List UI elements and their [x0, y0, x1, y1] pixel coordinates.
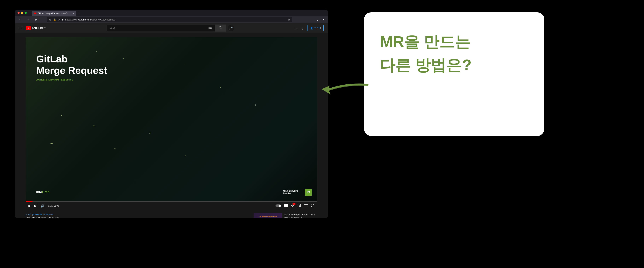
- miniplayer-button[interactable]: [297, 204, 300, 208]
- browser-window: GitLab : Merge Request - YouTu × + ← → ↻…: [15, 10, 328, 218]
- search-input[interactable]: 검색 ⌨: [107, 25, 215, 31]
- tab-title: GitLab : Merge Request - YouTu: [38, 12, 72, 15]
- time-display: 0:15 / 11:06: [48, 205, 59, 207]
- slide-title-line2: Merge Request: [36, 65, 306, 76]
- browser-tab[interactable]: GitLab : Merge Request - YouTu ×: [32, 11, 76, 16]
- controls-right: ⚙ ⛶: [276, 204, 314, 208]
- close-tab-button[interactable]: ×: [73, 12, 74, 15]
- settings-button[interactable]: ⚙: [291, 204, 294, 208]
- volume-button[interactable]: 🔊: [41, 204, 44, 208]
- next-button[interactable]: ▶|: [34, 204, 38, 208]
- annotation-text: MR을 만드는 다른 방법은?: [380, 30, 528, 77]
- microphone-icon: 🎤: [229, 26, 233, 30]
- search-icon: [219, 26, 222, 29]
- captions-icon: [284, 204, 288, 207]
- youtube-header: ☰ YouTube KR 검색 ⌨ 🎤 ⊞ ⋮ 👤 로그인: [15, 23, 328, 33]
- reload-button[interactable]: ↻: [33, 17, 38, 22]
- video-title: GitLab : Merge Request: [26, 217, 203, 218]
- theater-button[interactable]: [304, 204, 308, 208]
- slide-subtitle: AGILE & DEVOPS Expertise: [36, 78, 306, 81]
- next-thumbnail: GitLab Korea Meetup #7 GitLab 의 13.x 버전에…: [254, 213, 282, 218]
- annotation: MR을 만드는 다른 방법은?: [364, 12, 544, 136]
- back-button[interactable]: ←: [17, 17, 24, 22]
- video-container: GitLab Merge Request AGILE & DEVOPS Expe…: [15, 33, 328, 210]
- slide-content: GitLab Merge Request AGILE & DEVOPS Expe…: [26, 37, 317, 201]
- lock-icon: 🔒: [53, 18, 56, 21]
- progress-bar[interactable]: [26, 201, 317, 202]
- youtube-logo-text: YouTube: [32, 26, 44, 30]
- media-icon: ◉: [62, 18, 64, 21]
- header-right: ⊞ ⋮ 👤 로그인: [294, 25, 324, 31]
- voice-search-button[interactable]: 🎤: [228, 25, 234, 31]
- channel-avatar-badge[interactable]: IG: [305, 189, 312, 196]
- youtube-logo[interactable]: YouTube KR: [26, 26, 46, 30]
- hashtags[interactable]: #DevOps #GitLab #InfoGrab: [26, 213, 203, 216]
- permissions-icon: ⇄: [58, 18, 60, 21]
- header-left: ☰ YouTube KR: [19, 26, 46, 30]
- svg-rect-2: [284, 204, 288, 207]
- url-bar[interactable]: ⛨ 🔒 ⇄ ◉ https://www.youtube.com/watch?v=…: [47, 17, 292, 22]
- video-info: #DevOps #GitLab #InfoGrab GitLab : Merge…: [15, 210, 328, 218]
- captions-button[interactable]: [284, 204, 288, 208]
- theater-icon: [304, 205, 308, 207]
- svg-rect-3: [285, 206, 286, 206]
- svg-line-1: [221, 28, 222, 29]
- search-button[interactable]: [215, 24, 226, 32]
- svg-rect-7: [304, 205, 308, 207]
- info-left: #DevOps #GitLab #InfoGrab GitLab : Merge…: [26, 213, 203, 218]
- svg-point-0: [219, 26, 221, 28]
- search-container: 검색 ⌨ 🎤: [107, 24, 234, 32]
- video-player[interactable]: GitLab Merge Request AGILE & DEVOPS Expe…: [26, 37, 317, 201]
- address-bar: ← → ↻ ⛨ 🔒 ⇄ ◉ https://www.youtube.com/wa…: [15, 16, 328, 23]
- annotation-card: MR을 만드는 다른 방법은?: [364, 12, 544, 136]
- maximize-window-button[interactable]: [24, 12, 27, 14]
- youtube-play-icon: [26, 26, 31, 30]
- apps-grid-icon[interactable]: ⊞: [294, 26, 297, 30]
- region-label: KR: [44, 27, 46, 29]
- next-info: GitLab Meetup Korea #7 - 13.x 주요기능 살펴보기 …: [284, 213, 317, 218]
- arrow-icon: [320, 79, 369, 97]
- hamburger-menu-icon[interactable]: ☰: [19, 26, 22, 30]
- shield-icon: ⛨: [49, 18, 52, 21]
- action-bar: 👍 4 👎 싫어요 ↪ 공유 ≡+ 저장 ···: [203, 213, 254, 218]
- svg-rect-4: [287, 206, 287, 206]
- tab-strip: GitLab : Merge Request - YouTu × +: [32, 10, 80, 16]
- autoplay-toggle[interactable]: [276, 205, 281, 207]
- more-options-icon[interactable]: ⋮: [301, 26, 304, 30]
- slide-title-line1: GitLab: [36, 53, 306, 65]
- url-text: https://www.youtube.com/watch?v=XsyY50cn…: [65, 18, 286, 21]
- minimize-window-button[interactable]: [21, 12, 23, 14]
- progress-fill: [26, 201, 32, 202]
- youtube-favicon: [34, 12, 36, 14]
- brand-logo: InfoGrab: [36, 190, 50, 194]
- play-button[interactable]: ▶: [28, 204, 31, 208]
- pocket-icon[interactable]: ⌄: [315, 17, 320, 22]
- svg-rect-6: [299, 206, 300, 207]
- next-video[interactable]: GitLab Korea Meetup #7 GitLab 의 13.x 버전에…: [254, 213, 317, 218]
- player-controls: ▶ ▶| 🔊 0:15 / 11:06 ⚙ ⛶: [26, 202, 317, 210]
- login-label: 로그인: [314, 26, 321, 30]
- login-button[interactable]: 👤 로그인: [308, 25, 324, 31]
- new-tab-button[interactable]: +: [78, 11, 80, 15]
- window-controls: [18, 12, 27, 14]
- fullscreen-button[interactable]: ⛶: [311, 204, 314, 208]
- bookmark-icon[interactable]: ☆: [288, 18, 290, 21]
- title-bar: GitLab : Merge Request - YouTu × +: [15, 10, 328, 16]
- close-window-button[interactable]: [18, 12, 20, 14]
- keyboard-icon[interactable]: ⌨: [208, 27, 212, 29]
- search-placeholder: 검색: [110, 26, 115, 30]
- forward-button[interactable]: →: [25, 17, 31, 22]
- next-title: GitLab Meetup Korea #7 - 13.x 주요기능 살펴보기: [284, 213, 317, 218]
- miniplayer-icon: [297, 204, 300, 207]
- brand-tagline: AGILE & DEVOPS Expertise: [283, 190, 298, 194]
- user-icon: 👤: [310, 27, 313, 29]
- controls-left: ▶ ▶| 🔊 0:15 / 11:06: [28, 204, 59, 208]
- app-menu-icon[interactable]: ≡: [321, 17, 326, 22]
